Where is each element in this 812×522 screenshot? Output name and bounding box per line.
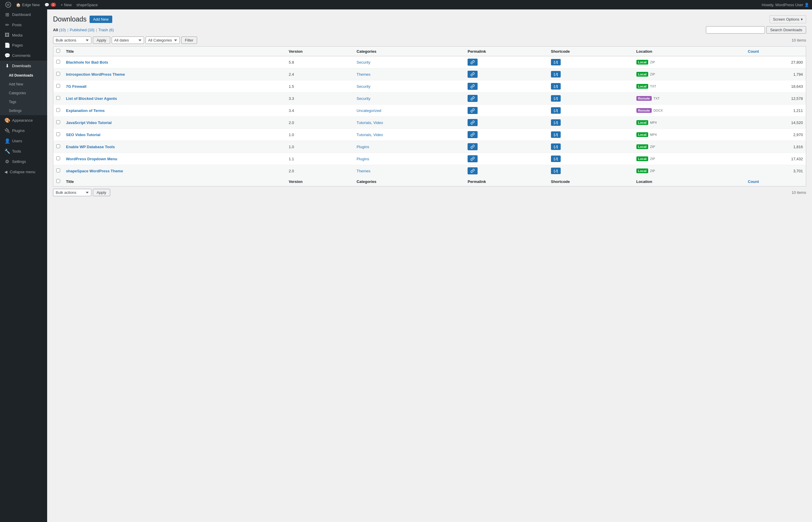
count-col-footer-link[interactable]: Count — [748, 179, 759, 184]
download-title-link[interactable]: shapeSpace WordPress Theme — [66, 169, 123, 173]
download-title-link[interactable]: List of Blocked User Agents — [66, 96, 117, 101]
permalink-button[interactable] — [468, 83, 478, 90]
row-checkbox[interactable] — [56, 72, 60, 76]
row-checkbox[interactable] — [56, 168, 60, 172]
sidebar-item-users[interactable]: 👤 Users — [0, 136, 47, 146]
permalink-button[interactable] — [468, 107, 478, 114]
download-title-link[interactable]: SEO Video Tutorial — [66, 133, 100, 137]
shortcode-cell: [./] — [548, 141, 633, 153]
date-filter-select[interactable]: All dates — [112, 37, 144, 44]
category-link[interactable]: Uncategorized — [357, 108, 381, 113]
category-link[interactable]: Plugins — [357, 145, 369, 149]
row-checkbox[interactable] — [56, 96, 60, 100]
category-link[interactable]: Themes — [357, 169, 370, 173]
download-title-link[interactable]: Blackhole for Bad Bots — [66, 60, 108, 64]
category-link[interactable]: Video — [373, 133, 383, 137]
shortcode-button[interactable]: [./] — [551, 107, 561, 114]
sidebar-item-label: Settings — [12, 159, 26, 164]
category-filter-select[interactable]: All Categories — [145, 37, 180, 44]
row-checkbox[interactable] — [56, 120, 60, 124]
permalink-button[interactable] — [468, 59, 478, 66]
row-checkbox[interactable] — [56, 144, 60, 148]
title-col-label: Title — [66, 49, 74, 54]
bulk-actions-select-bottom[interactable]: Bulk actions — [53, 189, 91, 196]
location-badge: Local — [636, 84, 649, 89]
category-link[interactable]: Security — [357, 60, 370, 64]
shortcode-button[interactable]: [./] — [551, 119, 561, 126]
filter-trash-link[interactable]: Trash (6) — [98, 28, 114, 32]
new-content-link[interactable]: + New — [58, 3, 74, 7]
permalink-button[interactable] — [468, 95, 478, 102]
category-link[interactable]: Security — [357, 96, 370, 101]
row-checkbox[interactable] — [56, 60, 60, 64]
sidebar-item-media[interactable]: 🖼 Media — [0, 30, 47, 40]
sidebar-item-comments[interactable]: 💬 Comments — [0, 51, 47, 61]
shortcode-button[interactable]: [./] — [551, 83, 561, 89]
permalink-button[interactable] — [468, 167, 478, 174]
permalink-button[interactable] — [468, 155, 478, 162]
shortcode-cell: [./] — [548, 105, 633, 117]
apply-button-top[interactable]: Apply — [93, 37, 110, 44]
select-all-checkbox[interactable] — [56, 49, 60, 53]
permalink-button[interactable] — [468, 119, 478, 126]
submenu-item-all-downloads[interactable]: All Downloads — [0, 71, 47, 80]
permalink-button[interactable] — [468, 131, 478, 138]
comments-link[interactable]: 💬 0 — [42, 3, 58, 7]
search-input[interactable] — [706, 26, 765, 34]
collapse-menu-button[interactable]: ◀ Collapse menu — [0, 167, 47, 177]
screen-options-button[interactable]: Screen Options ▾ — [770, 15, 806, 23]
shortcode-button[interactable]: [./] — [551, 156, 561, 162]
permalink-button[interactable] — [468, 143, 478, 150]
shortcode-button[interactable]: [./] — [551, 59, 561, 65]
category-link[interactable]: Security — [357, 84, 370, 89]
download-title-link[interactable]: Explanation of Terms — [66, 108, 104, 113]
shortcode-button[interactable]: [./] — [551, 143, 561, 150]
wp-logo-link[interactable]: W — [3, 2, 14, 8]
permalink-button[interactable] — [468, 71, 478, 78]
shortcode-button[interactable]: [./] — [551, 168, 561, 174]
shortcode-button[interactable]: [./] — [551, 71, 561, 78]
row-checkbox[interactable] — [56, 132, 60, 136]
count-col-link[interactable]: Count — [748, 49, 759, 54]
location-cell: LocalMP4 — [633, 117, 745, 129]
bulk-actions-select-top[interactable]: Bulk actions — [53, 37, 91, 44]
apply-button-bottom[interactable]: Apply — [93, 189, 110, 196]
download-title-link[interactable]: WordPress Dropdown Menu — [66, 157, 117, 161]
download-title-link[interactable]: Enable WP Database Tools — [66, 145, 115, 149]
download-title-link[interactable]: Introspection WordPress Theme — [66, 72, 125, 77]
add-new-button[interactable]: Add New — [90, 16, 112, 23]
sidebar-item-tools[interactable]: 🔧 Tools — [0, 146, 47, 156]
download-title-link[interactable]: 7G Firewall — [66, 84, 86, 89]
submenu-item-add-new[interactable]: Add New — [0, 80, 47, 89]
sidebar-item-plugins[interactable]: 🔌 Plugins — [0, 125, 47, 136]
submenu-item-categories[interactable]: Categories — [0, 89, 47, 98]
category-link[interactable]: Video — [373, 120, 383, 125]
row-checkbox[interactable] — [56, 84, 60, 88]
sidebar-item-pages[interactable]: 📄 Pages — [0, 40, 47, 51]
plugin-name-link[interactable]: shapeSpace — [74, 3, 100, 7]
sidebar-item-downloads[interactable]: ⬇ Downloads — [0, 61, 47, 71]
shortcode-button[interactable]: [./] — [551, 132, 561, 138]
category-link[interactable]: Tutorials — [357, 120, 371, 125]
row-checkbox[interactable] — [56, 156, 60, 160]
search-downloads-button[interactable]: Search Downloads — [766, 26, 806, 34]
file-ext: TXT — [650, 84, 656, 88]
filter-all-link[interactable]: All (10) — [53, 28, 66, 32]
category-link[interactable]: Plugins — [357, 157, 369, 161]
download-title-link[interactable]: JavaScript Video Tutorial — [66, 120, 112, 125]
submenu-item-tags[interactable]: Tags — [0, 98, 47, 106]
shortcode-button[interactable]: [./] — [551, 95, 561, 102]
filter-published-link[interactable]: Published (10) — [70, 28, 95, 32]
submenu-item-settings[interactable]: Settings — [0, 106, 47, 115]
select-all-checkbox-footer[interactable] — [56, 179, 60, 183]
sidebar-item-settings[interactable]: ⚙ Settings — [0, 156, 47, 167]
row-checkbox[interactable] — [56, 108, 60, 112]
sidebar-item-appearance[interactable]: 🎨 Appearance — [0, 115, 47, 125]
category-link[interactable]: Tutorials — [357, 133, 371, 137]
site-name-link[interactable]: 🏠 Edge New — [14, 3, 42, 7]
sidebar-item-dashboard[interactable]: ⊞ Dashboard — [0, 9, 47, 20]
sidebar-item-posts[interactable]: ✏ Posts — [0, 20, 47, 30]
shortcode-cell: [./] — [548, 80, 633, 93]
filter-button[interactable]: Filter — [181, 37, 197, 44]
category-link[interactable]: Themes — [357, 72, 370, 77]
